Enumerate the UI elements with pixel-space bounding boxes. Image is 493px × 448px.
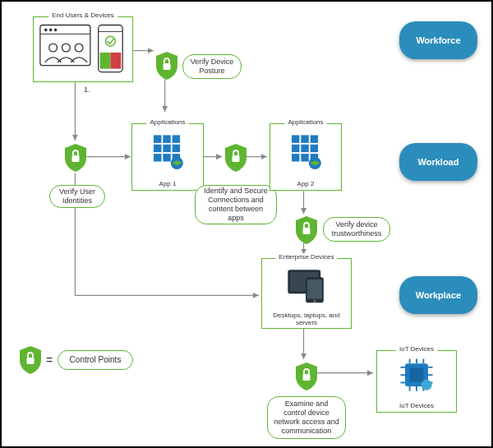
svg-rect-38 bbox=[301, 135, 308, 142]
svg-rect-41 bbox=[301, 145, 308, 152]
svg-rect-51 bbox=[307, 279, 322, 299]
panel-iot: IoT Devices IoT Devices bbox=[376, 350, 457, 413]
callout-secure-connections: Identify and Secure Connections and cont… bbox=[195, 185, 277, 224]
devices-icon bbox=[262, 264, 351, 312]
panel-caption: App 1 bbox=[132, 180, 203, 187]
svg-rect-27 bbox=[163, 135, 170, 142]
svg-rect-47 bbox=[303, 228, 311, 234]
svg-rect-25 bbox=[72, 155, 80, 162]
callout-legend: Control Points bbox=[58, 350, 133, 370]
svg-point-17 bbox=[62, 44, 70, 52]
panel-title: IoT Devices bbox=[396, 345, 437, 353]
svg-rect-28 bbox=[173, 135, 180, 142]
panel-enterprise: Enterprise Devices Desktops, laptops, an… bbox=[261, 258, 352, 329]
shield-icon bbox=[294, 215, 319, 245]
svg-point-52 bbox=[314, 300, 316, 302]
pill-workload: Workload bbox=[399, 143, 477, 181]
svg-rect-29 bbox=[154, 145, 161, 152]
panel-title: Applications bbox=[146, 118, 188, 126]
svg-rect-22 bbox=[100, 53, 111, 69]
panel-title: Enterprise Devices bbox=[275, 253, 337, 261]
svg-point-21 bbox=[106, 36, 116, 46]
panel-app1: Applications App 1 bbox=[131, 123, 204, 191]
panel-caption: Desktops, laptops, and servers bbox=[262, 312, 351, 326]
panel-title: Applications bbox=[284, 118, 326, 126]
shield-icon bbox=[223, 143, 248, 173]
svg-rect-69 bbox=[27, 358, 35, 364]
chip-icon bbox=[377, 354, 456, 399]
callout-verify-trust: Verify device trustworthiness bbox=[323, 217, 390, 242]
panel-app2: Applications App 2 bbox=[270, 123, 342, 191]
callout-examine-network: Examine and control device network acces… bbox=[267, 396, 346, 439]
panel-caption: IoT Devices bbox=[377, 402, 456, 409]
shield-icon bbox=[18, 345, 43, 375]
svg-rect-33 bbox=[163, 154, 170, 161]
svg-point-14 bbox=[54, 29, 58, 32]
svg-rect-37 bbox=[292, 135, 299, 142]
svg-rect-36 bbox=[233, 155, 240, 162]
svg-rect-43 bbox=[292, 154, 299, 161]
end-users-illustration bbox=[34, 20, 132, 79]
svg-point-12 bbox=[44, 29, 48, 32]
svg-rect-53 bbox=[303, 374, 311, 381]
svg-rect-40 bbox=[292, 145, 299, 152]
svg-point-13 bbox=[49, 29, 53, 32]
panel-end-users: End Users & Devices bbox=[33, 16, 133, 82]
pill-workforce: Workforce bbox=[399, 21, 477, 59]
svg-rect-55 bbox=[410, 368, 424, 382]
svg-rect-39 bbox=[311, 135, 318, 142]
pill-workplace: Workplace bbox=[399, 276, 477, 314]
svg-rect-31 bbox=[173, 145, 180, 152]
shield-icon bbox=[294, 362, 319, 391]
diagram-canvas: End Users & Devices 1. Verify Device Pos… bbox=[0, 0, 493, 448]
svg-rect-24 bbox=[164, 63, 171, 70]
svg-rect-30 bbox=[163, 145, 170, 152]
svg-rect-26 bbox=[154, 135, 161, 142]
svg-point-68 bbox=[422, 380, 432, 390]
svg-rect-42 bbox=[311, 145, 318, 152]
app-grid-icon bbox=[132, 127, 203, 182]
legend-equals: = bbox=[46, 353, 53, 367]
svg-point-16 bbox=[49, 44, 58, 52]
panel-title: End Users & Devices bbox=[48, 12, 117, 19]
panel-caption: App 2 bbox=[270, 180, 341, 187]
svg-rect-44 bbox=[301, 154, 308, 161]
svg-point-18 bbox=[75, 44, 83, 52]
callout-verify-posture: Verify Device Posture bbox=[182, 54, 242, 79]
callout-verify-identities: Verify User Identities bbox=[49, 185, 105, 208]
svg-rect-32 bbox=[154, 154, 161, 161]
shield-icon bbox=[63, 143, 88, 173]
annotation-1: 1. bbox=[84, 85, 90, 94]
shield-icon bbox=[154, 51, 179, 81]
app-grid-icon bbox=[270, 127, 341, 182]
svg-rect-23 bbox=[110, 53, 121, 69]
